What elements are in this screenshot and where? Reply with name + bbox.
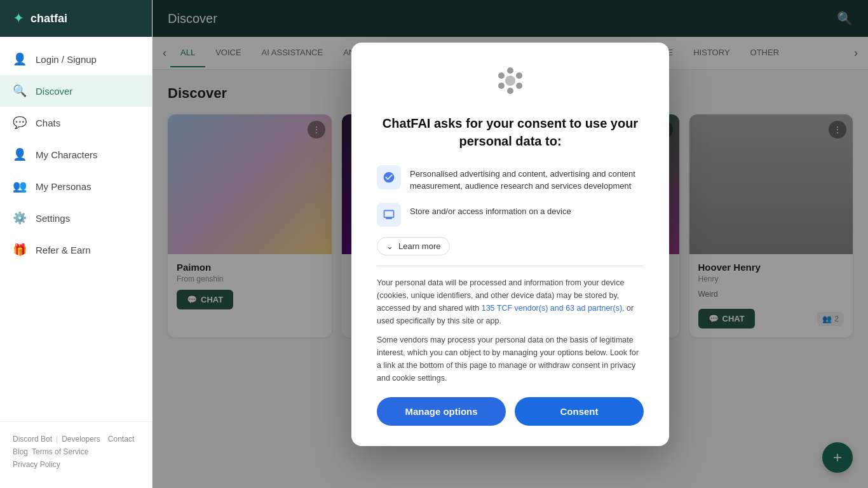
- sidebar-item-my-personas[interactable]: 👥My Personas: [0, 170, 152, 202]
- sidebar-nav: 👤Login / Signup🔍Discover💬Chats👤My Charac…: [0, 37, 152, 421]
- nav-label-refer: Refer & Earn: [36, 245, 91, 255]
- manage-options-button[interactable]: Manage options: [377, 397, 506, 426]
- nav-icon-my-personas: 👥: [13, 179, 27, 193]
- sidebar-item-discover[interactable]: 🔍Discover: [0, 75, 152, 107]
- consent-item-device: Store and/or access information on a dev…: [377, 203, 644, 227]
- main-area: Discover 🔍 ‹ ALLVOICEAI ASSISTANCEANIME …: [153, 0, 868, 488]
- footer-link-developers[interactable]: Developers: [62, 435, 100, 444]
- modal-divider: [377, 266, 644, 266]
- consent-item-advertising: Personalised advertising and content, ad…: [377, 165, 644, 193]
- sidebar: ✦ chatfai 👤Login / Signup🔍Discover💬Chats…: [0, 0, 153, 488]
- consent-modal: ChatFAI asks for your consent to use you…: [351, 43, 669, 446]
- chevron-down-icon: ⌄: [386, 241, 393, 251]
- learn-more-button[interactable]: ⌄ Learn more: [377, 237, 450, 255]
- nav-icon-login: 👤: [13, 52, 27, 66]
- modal-title: ChatFAI asks for your consent to use you…: [377, 114, 644, 150]
- nav-label-my-personas: My Personas: [36, 181, 92, 192]
- footer-link-discord-bot[interactable]: Discord Bot: [13, 435, 52, 444]
- footer-link-blog[interactable]: Blog: [13, 447, 28, 456]
- nav-label-login: Login / Signup: [36, 54, 97, 65]
- sidebar-footer-links: Discord Bot|DevelopersContactBlogTerms o…: [0, 428, 152, 475]
- svg-point-6: [505, 76, 515, 86]
- nav-label-settings: Settings: [36, 213, 70, 224]
- sidebar-item-chats[interactable]: 💬Chats: [0, 107, 152, 139]
- learn-more-label: Learn more: [398, 241, 440, 251]
- nav-icon-refer: 🎁: [13, 243, 27, 257]
- nav-icon-chats: 💬: [13, 116, 27, 130]
- consent-button[interactable]: Consent: [515, 397, 644, 426]
- consent-device-icon: [377, 203, 401, 227]
- consent-advertising-text: Personalised advertising and content, ad…: [410, 165, 644, 193]
- logo-icon: ✦: [13, 10, 24, 27]
- logo-text: chatfai: [31, 12, 67, 25]
- sidebar-item-my-characters[interactable]: 👤My Characters: [0, 139, 152, 170]
- modal-logo: [377, 65, 644, 102]
- sidebar-item-settings[interactable]: ⚙️Settings: [0, 202, 152, 234]
- svg-point-4: [498, 83, 505, 89]
- modal-body-text-2: Some vendors may process your personal d…: [377, 334, 644, 384]
- footer-link-contact[interactable]: Contact: [108, 435, 134, 444]
- svg-point-2: [516, 83, 522, 89]
- consent-overlay: ChatFAI asks for your consent to use you…: [153, 0, 868, 488]
- vendors-link[interactable]: 135 TCF vendor(s) and 63 ad partner(s): [482, 304, 622, 313]
- nav-icon-settings: ⚙️: [13, 211, 27, 225]
- footer-link-privacy-policy[interactable]: Privacy Policy: [13, 460, 60, 469]
- sidebar-item-login[interactable]: 👤Login / Signup: [0, 43, 152, 75]
- svg-point-5: [498, 72, 505, 79]
- footer-link-terms-of-service[interactable]: Terms of Service: [32, 447, 88, 456]
- consent-device-text: Store and/or access information on a dev…: [410, 203, 571, 218]
- nav-label-chats: Chats: [36, 118, 60, 128]
- sidebar-bottom: Discord Bot|DevelopersContactBlogTerms o…: [0, 421, 152, 488]
- svg-point-0: [507, 67, 513, 74]
- consent-advertising-icon: [377, 165, 401, 189]
- svg-point-1: [516, 72, 522, 79]
- modal-logo-icon: [495, 73, 526, 101]
- svg-point-3: [507, 88, 513, 94]
- nav-label-discover: Discover: [36, 86, 72, 97]
- sidebar-logo: ✦ chatfai: [0, 0, 152, 37]
- modal-body-text-1: Your personal data will be processed and…: [377, 276, 644, 327]
- nav-icon-my-characters: 👤: [13, 147, 27, 161]
- nav-icon-discover: 🔍: [13, 84, 27, 98]
- sidebar-item-refer[interactable]: 🎁Refer & Earn: [0, 234, 152, 266]
- nav-label-my-characters: My Characters: [36, 149, 98, 160]
- modal-buttons: Manage options Consent: [377, 397, 644, 426]
